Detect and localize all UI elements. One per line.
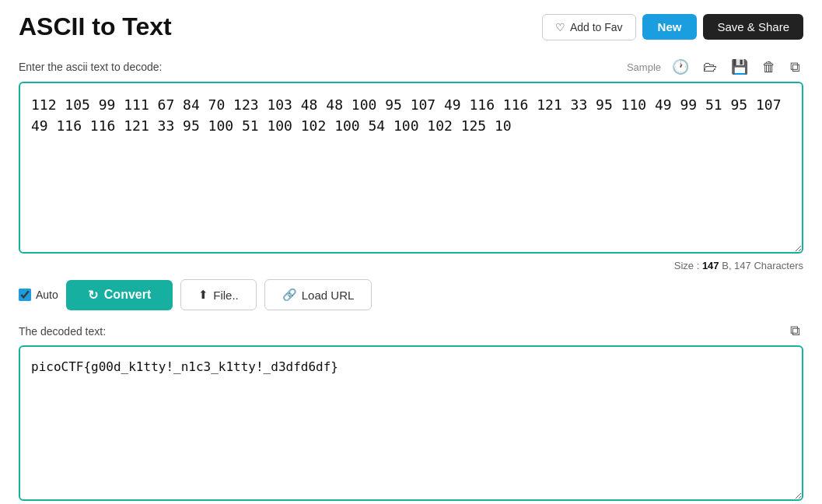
decoded-output[interactable]: picoCTF{g00d_k1tty!_n1c3_k1tty!_d3dfd6df… [19, 345, 803, 501]
output-label-text: The decoded text: [19, 325, 106, 338]
sample-label: Sample [627, 61, 661, 73]
input-label-text: Enter the ascii text to decode: [19, 61, 162, 73]
page-title: ASCII to Text [19, 12, 172, 41]
convert-button[interactable]: ↻ Convert [66, 280, 173, 310]
output-label-row: The decoded text: ⧉ [19, 321, 803, 341]
input-label-row: Enter the ascii text to decode: Sample 🕐… [19, 57, 803, 77]
save-button[interactable]: 💾 [728, 57, 751, 77]
auto-checkbox-label[interactable]: Auto [19, 289, 58, 301]
heart-icon: ♡ [555, 21, 565, 33]
auto-checkbox[interactable] [19, 289, 31, 301]
folder-button[interactable]: 🗁 [700, 58, 720, 77]
history-button[interactable]: 🕐 [669, 57, 692, 77]
header-buttons: ♡ Add to Fav New Save & Share [542, 14, 803, 40]
file-button[interactable]: ⬆ File.. [180, 279, 257, 310]
input-toolbar: Sample 🕐 🗁 💾 🗑 ⧉ [627, 57, 803, 77]
action-row: Auto ↻ Convert ⬆ File.. 🔗 Load URL [19, 279, 803, 310]
input-section: Enter the ascii text to decode: Sample 🕐… [19, 57, 803, 271]
link-icon: 🔗 [282, 288, 297, 302]
output-section: The decoded text: ⧉ picoCTF{g00d_k1tty!_… [19, 321, 803, 504]
copy-input-button[interactable]: ⧉ [787, 58, 803, 77]
delete-button[interactable]: 🗑 [759, 58, 779, 77]
input-size-info: Size : 147 B, 147 Characters [19, 260, 803, 271]
add-to-fav-button[interactable]: ♡ Add to Fav [542, 14, 636, 40]
save-share-button[interactable]: Save & Share [703, 14, 803, 40]
input-size-value: 147 [702, 260, 719, 271]
header: ASCII to Text ♡ Add to Fav New Save & Sh… [19, 12, 803, 41]
copy-output-button[interactable]: ⧉ [787, 321, 803, 341]
ascii-input[interactable]: 112 105 99 111 67 84 70 123 103 48 48 10… [19, 82, 803, 254]
new-button[interactable]: New [642, 14, 698, 40]
auto-label: Auto [36, 289, 58, 301]
load-url-button[interactable]: 🔗 Load URL [264, 279, 373, 310]
upload-icon: ⬆ [198, 288, 208, 302]
refresh-icon: ↻ [88, 288, 98, 303]
